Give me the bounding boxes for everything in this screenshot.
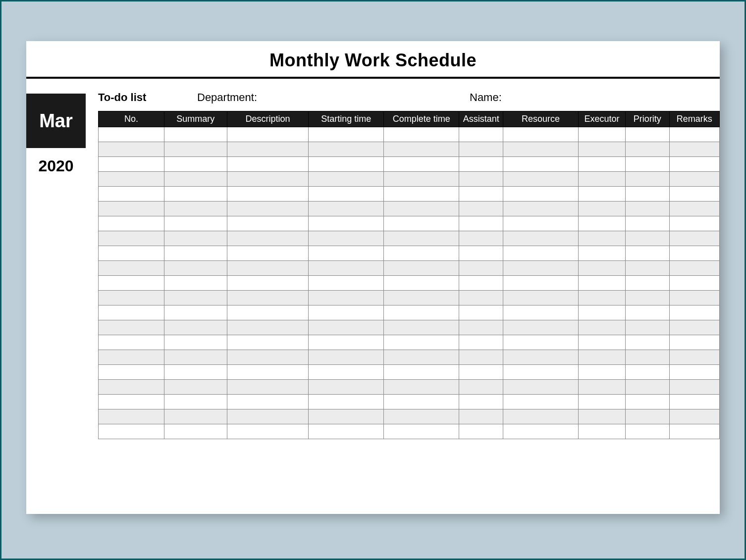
table-cell[interactable]	[384, 172, 459, 187]
table-cell[interactable]	[384, 395, 459, 409]
table-cell[interactable]	[164, 335, 227, 350]
table-cell[interactable]	[99, 276, 164, 291]
table-cell[interactable]	[578, 365, 625, 380]
table-row[interactable]	[99, 261, 720, 276]
table-cell[interactable]	[309, 157, 384, 172]
table-cell[interactable]	[625, 261, 669, 276]
table-cell[interactable]	[99, 395, 164, 409]
table-cell[interactable]	[227, 231, 309, 246]
table-cell[interactable]	[625, 305, 669, 320]
table-cell[interactable]	[164, 216, 227, 231]
table-cell[interactable]	[503, 395, 578, 409]
table-row[interactable]	[99, 187, 720, 202]
table-row[interactable]	[99, 231, 720, 246]
table-cell[interactable]	[227, 202, 309, 216]
table-cell[interactable]	[625, 127, 669, 142]
table-cell[interactable]	[227, 157, 309, 172]
table-row[interactable]	[99, 380, 720, 395]
table-cell[interactable]	[625, 172, 669, 187]
table-cell[interactable]	[503, 157, 578, 172]
table-cell[interactable]	[625, 216, 669, 231]
table-cell[interactable]	[309, 409, 384, 424]
table-cell[interactable]	[99, 291, 164, 305]
table-row[interactable]	[99, 409, 720, 424]
table-cell[interactable]	[625, 231, 669, 246]
table-row[interactable]	[99, 395, 720, 409]
table-row[interactable]	[99, 365, 720, 380]
table-cell[interactable]	[227, 246, 309, 261]
table-cell[interactable]	[503, 365, 578, 380]
table-cell[interactable]	[309, 202, 384, 216]
schedule-table[interactable]: No. Summary Description Starting time Co…	[98, 111, 720, 439]
table-cell[interactable]	[309, 395, 384, 409]
table-cell[interactable]	[578, 172, 625, 187]
table-cell[interactable]	[578, 231, 625, 246]
table-cell[interactable]	[578, 320, 625, 335]
table-cell[interactable]	[669, 261, 719, 276]
table-cell[interactable]	[503, 291, 578, 305]
table-cell[interactable]	[459, 157, 503, 172]
table-cell[interactable]	[99, 157, 164, 172]
table-cell[interactable]	[459, 380, 503, 395]
table-cell[interactable]	[669, 380, 719, 395]
table-cell[interactable]	[503, 424, 578, 439]
table-cell[interactable]	[669, 320, 719, 335]
table-cell[interactable]	[164, 395, 227, 409]
table-cell[interactable]	[384, 231, 459, 246]
table-cell[interactable]	[227, 172, 309, 187]
table-cell[interactable]	[669, 127, 719, 142]
table-cell[interactable]	[669, 291, 719, 305]
table-cell[interactable]	[503, 380, 578, 395]
table-cell[interactable]	[578, 409, 625, 424]
table-cell[interactable]	[503, 127, 578, 142]
table-cell[interactable]	[459, 409, 503, 424]
table-cell[interactable]	[578, 291, 625, 305]
table-cell[interactable]	[99, 424, 164, 439]
table-cell[interactable]	[309, 276, 384, 291]
table-cell[interactable]	[384, 261, 459, 276]
table-cell[interactable]	[578, 395, 625, 409]
table-cell[interactable]	[459, 261, 503, 276]
table-cell[interactable]	[669, 305, 719, 320]
table-cell[interactable]	[459, 231, 503, 246]
table-cell[interactable]	[309, 261, 384, 276]
table-cell[interactable]	[99, 305, 164, 320]
table-cell[interactable]	[384, 202, 459, 216]
table-cell[interactable]	[669, 231, 719, 246]
table-cell[interactable]	[578, 335, 625, 350]
table-cell[interactable]	[459, 365, 503, 380]
table-cell[interactable]	[669, 395, 719, 409]
table-cell[interactable]	[625, 157, 669, 172]
table-cell[interactable]	[625, 365, 669, 380]
table-cell[interactable]	[578, 202, 625, 216]
table-cell[interactable]	[309, 335, 384, 350]
table-cell[interactable]	[384, 246, 459, 261]
table-cell[interactable]	[164, 424, 227, 439]
table-cell[interactable]	[459, 187, 503, 202]
table-cell[interactable]	[459, 320, 503, 335]
table-cell[interactable]	[669, 276, 719, 291]
table-cell[interactable]	[503, 335, 578, 350]
table-cell[interactable]	[99, 202, 164, 216]
table-cell[interactable]	[384, 216, 459, 231]
table-cell[interactable]	[669, 216, 719, 231]
table-cell[interactable]	[503, 216, 578, 231]
table-cell[interactable]	[384, 365, 459, 380]
table-cell[interactable]	[578, 187, 625, 202]
table-cell[interactable]	[503, 142, 578, 157]
table-cell[interactable]	[227, 395, 309, 409]
table-row[interactable]	[99, 216, 720, 231]
table-cell[interactable]	[669, 157, 719, 172]
table-cell[interactable]	[669, 335, 719, 350]
table-cell[interactable]	[164, 187, 227, 202]
table-cell[interactable]	[164, 261, 227, 276]
table-cell[interactable]	[227, 291, 309, 305]
table-cell[interactable]	[227, 335, 309, 350]
table-cell[interactable]	[164, 157, 227, 172]
table-cell[interactable]	[669, 246, 719, 261]
table-cell[interactable]	[164, 127, 227, 142]
table-cell[interactable]	[384, 335, 459, 350]
table-cell[interactable]	[578, 127, 625, 142]
table-cell[interactable]	[625, 335, 669, 350]
table-row[interactable]	[99, 142, 720, 157]
